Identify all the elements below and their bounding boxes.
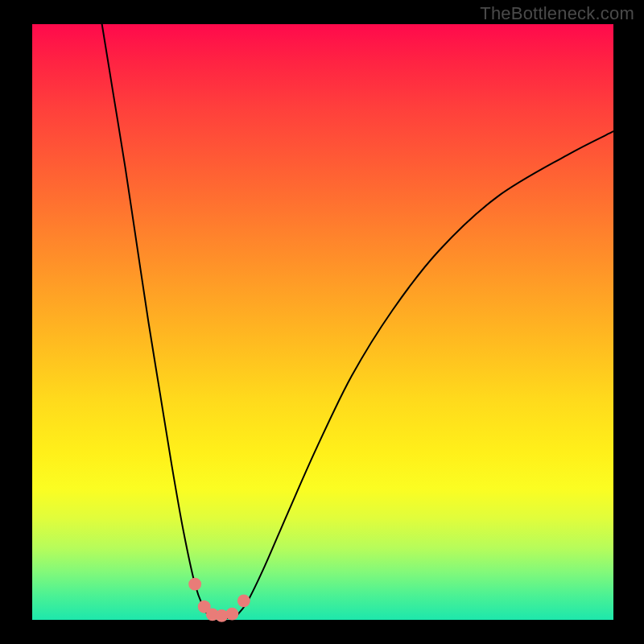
chart-frame: TheBottleneck.com <box>0 0 644 644</box>
curve-layer <box>32 24 613 620</box>
valley-dot <box>225 608 238 621</box>
watermark-text: TheBottleneck.com <box>480 3 634 24</box>
curve-right <box>236 131 613 617</box>
valley-dots-group <box>188 578 250 622</box>
valley-dot <box>188 578 201 591</box>
curve-left <box>102 24 210 617</box>
plot-area <box>32 24 613 620</box>
valley-dot <box>237 594 250 607</box>
